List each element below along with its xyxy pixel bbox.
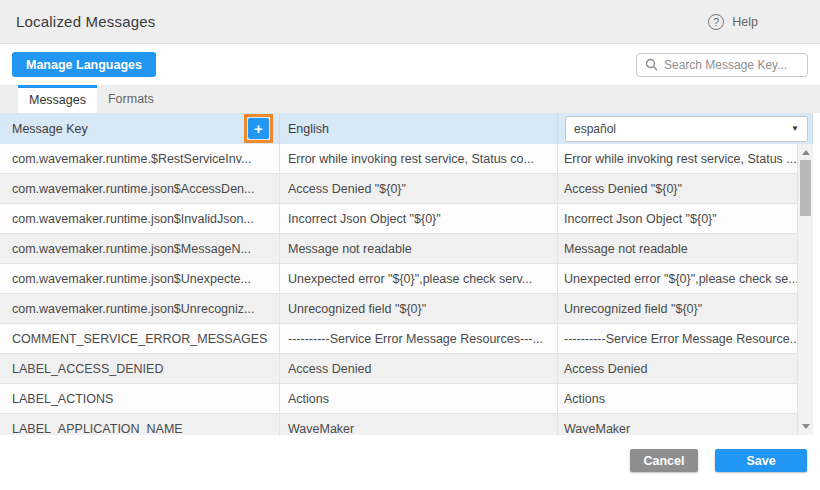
table-row[interactable]: com.wavemaker.runtime.json$AccessDen...A… xyxy=(0,174,813,204)
table-row[interactable]: LABEL_APPLICATION_NAMEWaveMakerWaveMaker xyxy=(0,414,813,435)
table-row[interactable]: com.wavemaker.runtime.json$Unexpecte...U… xyxy=(0,264,813,294)
add-language-button[interactable]: + xyxy=(248,118,269,139)
save-button[interactable]: Save xyxy=(715,449,807,472)
cell-english[interactable]: Unrecognized field "${0}" xyxy=(280,294,558,323)
dialog-footer: Cancel Save xyxy=(0,435,820,490)
cell-translation[interactable]: Incorrect Json Object "${0}" xyxy=(558,204,813,233)
cancel-button[interactable]: Cancel xyxy=(630,449,698,472)
english-column-label: English xyxy=(288,122,329,136)
localized-messages-dialog: Localized Messages ? Help Manage Languag… xyxy=(0,0,820,490)
tab-bar: Messages Formats xyxy=(0,85,820,113)
cell-translation[interactable]: WaveMaker xyxy=(558,414,813,435)
cell-translation[interactable]: Actions xyxy=(558,384,813,413)
table-body: com.wavemaker.runtime.$RestServiceInv...… xyxy=(0,144,813,435)
cell-english[interactable]: Incorrect Json Object "${0}" xyxy=(280,204,558,233)
message-key-column-label: Message Key xyxy=(12,122,88,136)
cell-english[interactable]: Access Denied "${0}" xyxy=(280,174,558,203)
cell-translation[interactable]: ----------Service Error Message Resource… xyxy=(558,324,813,353)
cell-english[interactable]: Unexpected error "${0}",please check ser… xyxy=(280,264,558,293)
cell-message-key[interactable]: LABEL_APPLICATION_NAME xyxy=(0,414,280,435)
table-row[interactable]: LABEL_ACCESS_DENIEDAccess DeniedAccess D… xyxy=(0,354,813,384)
cell-message-key[interactable]: COMMENT_SERVICE_ERROR_MESSAGES xyxy=(0,324,280,353)
cell-message-key[interactable]: LABEL_ACCESS_DENIED xyxy=(0,354,280,383)
tab-messages[interactable]: Messages xyxy=(18,85,97,113)
cell-message-key[interactable]: com.wavemaker.runtime.json$AccessDen... xyxy=(0,174,280,203)
table-row[interactable]: com.wavemaker.runtime.json$Unrecogniz...… xyxy=(0,294,813,324)
tab-formats[interactable]: Formats xyxy=(97,85,165,113)
cell-translation[interactable]: Unrecognized field "${0}" xyxy=(558,294,813,323)
cell-translation[interactable]: Unexpected error "${0}",please check se.… xyxy=(558,264,813,293)
search-input[interactable] xyxy=(664,58,799,72)
column-header-message-key: Message Key + xyxy=(0,113,280,144)
add-language-highlight-box: + xyxy=(244,114,273,143)
cell-translation[interactable]: Message not readable xyxy=(558,234,813,263)
scroll-up-icon[interactable] xyxy=(802,150,810,155)
cell-translation[interactable]: Error while invoking rest service, Statu… xyxy=(558,144,813,173)
help-link[interactable]: ? Help xyxy=(708,14,758,30)
cell-message-key[interactable]: com.wavemaker.runtime.$RestServiceInv... xyxy=(0,144,280,173)
cell-english[interactable]: Actions xyxy=(280,384,558,413)
cell-message-key[interactable]: com.wavemaker.runtime.json$Unrecogniz... xyxy=(0,294,280,323)
cell-message-key[interactable]: com.wavemaker.runtime.json$Unexpecte... xyxy=(0,264,280,293)
table-scrollbar[interactable] xyxy=(797,144,813,435)
table-row[interactable]: COMMENT_SERVICE_ERROR_MESSAGES----------… xyxy=(0,324,813,354)
column-header-language: español ▼ xyxy=(558,113,813,144)
toolbar: Manage Languages xyxy=(0,44,820,85)
cell-english[interactable]: Error while invoking rest service, Statu… xyxy=(280,144,558,173)
cell-message-key[interactable]: LABEL_ACTIONS xyxy=(0,384,280,413)
cell-english[interactable]: ----------Service Error Message Resource… xyxy=(280,324,558,353)
column-header-english: English xyxy=(280,113,558,144)
cell-translation[interactable]: Access Denied xyxy=(558,354,813,383)
cell-message-key[interactable]: com.wavemaker.runtime.json$InvalidJson..… xyxy=(0,204,280,233)
scrollbar-thumb[interactable] xyxy=(800,160,811,216)
cell-translation[interactable]: Access Denied "${0}" xyxy=(558,174,813,203)
table-row[interactable]: com.wavemaker.runtime.json$InvalidJson..… xyxy=(0,204,813,234)
help-icon: ? xyxy=(708,14,724,30)
cell-english[interactable]: Access Denied xyxy=(280,354,558,383)
help-label: Help xyxy=(732,15,758,29)
search-box[interactable] xyxy=(636,53,808,77)
dialog-titlebar: Localized Messages ? Help xyxy=(0,0,820,44)
cell-english[interactable]: WaveMaker xyxy=(280,414,558,435)
table-row[interactable]: com.wavemaker.runtime.json$MessageN...Me… xyxy=(0,234,813,264)
manage-languages-button[interactable]: Manage Languages xyxy=(12,52,156,77)
language-select[interactable]: español ▼ xyxy=(565,116,808,142)
messages-table: Message Key + English español ▼ com.wave… xyxy=(0,113,820,435)
scroll-down-icon[interactable] xyxy=(802,424,810,429)
table-row[interactable]: LABEL_ACTIONSActionsActions xyxy=(0,384,813,414)
cell-message-key[interactable]: com.wavemaker.runtime.json$MessageN... xyxy=(0,234,280,263)
table-row[interactable]: com.wavemaker.runtime.$RestServiceInv...… xyxy=(0,144,813,174)
caret-down-icon: ▼ xyxy=(791,124,799,133)
language-select-value: español xyxy=(574,122,616,136)
search-icon xyxy=(645,58,658,71)
table-header: Message Key + English español ▼ xyxy=(0,113,813,144)
page-title: Localized Messages xyxy=(16,13,156,30)
cell-english[interactable]: Message not readable xyxy=(280,234,558,263)
